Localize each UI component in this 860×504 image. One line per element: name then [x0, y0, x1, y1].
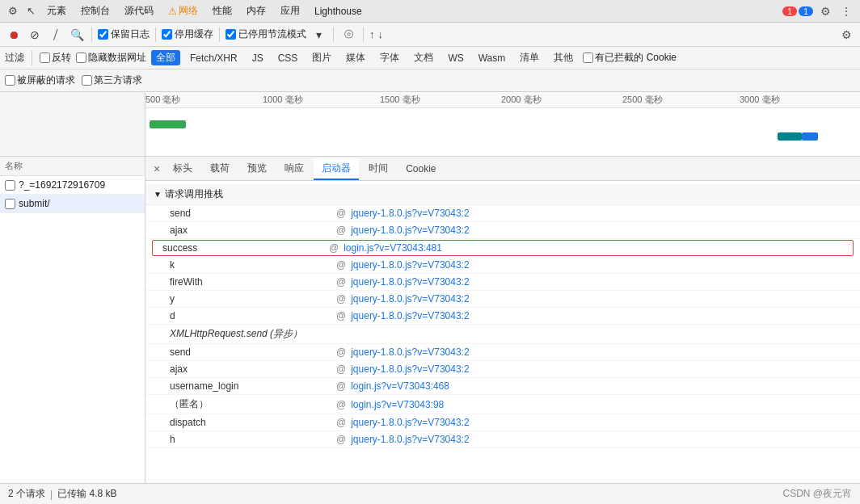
menu-bar: ⚙ ↖ 元素 控制台 源代码 ⚠ 网络 网络 性能 内存 应用 Lighthou… — [0, 0, 860, 23]
cursor-icon[interactable]: ↖ — [23, 3, 39, 19]
stack-item-2: success @ login.js?v=V73043:481 — [152, 240, 854, 256]
stack-link-8[interactable]: jquery-1.8.0.js?v=V73043:2 — [351, 346, 469, 358]
hidden-requests-check[interactable]: 被屏蔽的请求 — [5, 74, 75, 87]
stack-func-12: dispatch — [170, 417, 331, 428]
request-list: 名称 ?_=1692172916709 submit/ — [0, 157, 145, 483]
menu-performance[interactable]: 性能 — [206, 2, 238, 19]
stack-item-3: k @ jquery-1.8.0.js?v=V73043:2 — [145, 257, 860, 274]
menu-memory[interactable]: 内存 — [240, 2, 272, 19]
preserve-log-checkbox[interactable]: 保留日志 — [98, 27, 150, 41]
blocked-cookie-check[interactable]: 有已拦截的 Cookie — [583, 51, 677, 65]
stack-link-3[interactable]: jquery-1.8.0.js?v=V73043:2 — [351, 259, 469, 271]
filter-doc[interactable]: 文档 — [409, 50, 438, 65]
stack-link-5[interactable]: jquery-1.8.0.js?v=V73043:2 — [351, 293, 469, 304]
stack-link-11[interactable]: login.js?v=V73043:98 — [351, 399, 444, 410]
stack-link-6[interactable]: jquery-1.8.0.js?v=V73043:2 — [351, 310, 469, 321]
close-detail-button[interactable]: × — [150, 161, 163, 177]
tab-initiator[interactable]: 启动器 — [314, 158, 359, 180]
tab-timing[interactable]: 时间 — [360, 158, 396, 178]
request-check-0[interactable] — [5, 180, 15, 191]
tab-headers[interactable]: 标头 — [165, 158, 200, 178]
stack-func-1: ajax — [170, 225, 331, 236]
request-check-1[interactable] — [5, 199, 15, 209]
filter-media[interactable]: 媒体 — [341, 50, 370, 65]
stack-item-7: XMLHttpRequest.send (异步） — [145, 325, 860, 344]
search-icon[interactable]: 🔍 — [68, 26, 86, 44]
stack-link-2[interactable]: login.js?v=V73043:481 — [344, 242, 442, 254]
filter-font[interactable]: 字体 — [375, 50, 404, 65]
watermark: CSDN @夜元宵 — [782, 487, 852, 501]
hide-data-urls-input[interactable] — [76, 52, 86, 63]
disable-cache-checkbox[interactable]: 停用缓存 — [162, 27, 213, 41]
blocked-cookie-input[interactable] — [583, 52, 593, 63]
throttle-dropdown-icon[interactable]: ▾ — [310, 26, 327, 44]
timeline-left-panel — [0, 92, 145, 156]
menu-application[interactable]: 应用 — [274, 2, 306, 19]
stack-at-4: @ — [336, 276, 346, 288]
upload-icon[interactable]: ↑ — [369, 28, 375, 40]
filter-css[interactable]: CSS — [273, 52, 303, 65]
more-options-icon[interactable]: ⋮ — [837, 2, 855, 20]
hidden-requests-input[interactable] — [5, 75, 15, 86]
hide-data-urls-check[interactable]: 隐藏数据网址 — [76, 51, 146, 65]
tab-preview[interactable]: 预览 — [239, 158, 275, 178]
timeline-bar-1 — [150, 120, 186, 128]
wifi-icon[interactable]: ⦾ — [339, 26, 357, 44]
throttle-input[interactable] — [226, 29, 236, 40]
stack-func-7: XMLHttpRequest.send (异步） — [170, 327, 331, 341]
settings-gear-icon[interactable]: ⚙ — [816, 2, 834, 20]
download-icon[interactable]: ↓ — [378, 28, 384, 40]
ruler-mark-5: 3000 毫秒 — [740, 94, 780, 106]
throttle-checkbox[interactable]: 已停用节流模式 — [226, 27, 306, 41]
stack-at-5: @ — [336, 293, 346, 304]
record-icon[interactable]: ⏺ — [5, 26, 23, 44]
menu-elements[interactable]: 元素 — [40, 2, 73, 19]
menu-source[interactable]: 源代码 — [118, 2, 160, 19]
stack-at-3: @ — [336, 259, 346, 271]
tab-response[interactable]: 响应 — [276, 158, 312, 178]
stack-item-1: ajax @ jquery-1.8.0.js?v=V73043:2 — [145, 222, 860, 239]
devtools-icon[interactable]: ⚙ — [5, 3, 21, 19]
filter-js[interactable]: JS — [247, 52, 268, 65]
filter-all[interactable]: 全部 — [151, 50, 180, 65]
third-party-check[interactable]: 第三方请求 — [82, 74, 142, 87]
reverse-input[interactable] — [40, 52, 50, 63]
stack-link-0[interactable]: jquery-1.8.0.js?v=V73043:2 — [351, 208, 469, 219]
request-item-0[interactable]: ?_=1692172916709 — [0, 176, 145, 195]
filter-bar-2: 被屏蔽的请求 第三方请求 — [0, 69, 860, 92]
stack-link-1[interactable]: jquery-1.8.0.js?v=V73043:2 — [351, 225, 469, 236]
filter-wasm[interactable]: Wasm — [474, 52, 511, 65]
stack-at-6: @ — [336, 310, 346, 321]
filter-image[interactable]: 图片 — [307, 50, 336, 65]
tab-cookie[interactable]: Cookie — [398, 160, 444, 178]
filter-fetch-xhr[interactable]: Fetch/XHR — [185, 52, 242, 65]
stack-link-9[interactable]: jquery-1.8.0.js?v=V73043:2 — [351, 363, 469, 375]
filter-other[interactable]: 其他 — [549, 50, 578, 65]
filter-ws[interactable]: WS — [443, 52, 468, 65]
menu-network-warning[interactable]: ⚠ 网络 — [162, 2, 204, 19]
preserve-log-input[interactable] — [98, 29, 108, 40]
stop-icon[interactable]: ⊘ — [26, 26, 44, 44]
menu-console[interactable]: 控制台 — [74, 2, 116, 19]
request-item-1[interactable]: submit/ — [0, 195, 145, 213]
disable-cache-input[interactable] — [162, 29, 172, 40]
request-list-header: 名称 — [0, 157, 145, 176]
filter-icon[interactable]: ⧸ — [47, 26, 65, 44]
timeline-ruler: 500 毫秒 1000 毫秒 1500 毫秒 2000 毫秒 2500 毫秒 3… — [145, 92, 860, 108]
tab-payload[interactable]: 载荷 — [202, 158, 238, 178]
filter-manifest[interactable]: 清单 — [515, 50, 544, 65]
stack-link-4[interactable]: jquery-1.8.0.js?v=V73043:2 — [351, 276, 469, 288]
stack-func-9: ajax — [170, 363, 331, 375]
menu-lighthouse[interactable]: Lighthouse — [308, 4, 369, 19]
call-stack-section-header[interactable]: ▼ 请求调用推栈 — [145, 184, 860, 205]
reverse-filter-check[interactable]: 反转 — [40, 51, 71, 65]
stack-at-0: @ — [336, 208, 346, 219]
third-party-input[interactable] — [82, 75, 92, 86]
main-area: 名称 ?_=1692172916709 submit/ × 标头 载荷 预览 响… — [0, 157, 860, 483]
request-name-0: ?_=1692172916709 — [19, 179, 105, 191]
stack-link-10[interactable]: login.js?v=V73043:468 — [351, 380, 449, 392]
stack-item-9: ajax @ jquery-1.8.0.js?v=V73043:2 — [145, 361, 860, 378]
network-settings-icon[interactable]: ⚙ — [837, 26, 855, 44]
stack-link-12[interactable]: jquery-1.8.0.js?v=V73043:2 — [351, 417, 469, 428]
stack-link-13[interactable]: jquery-1.8.0.js?v=V73043:2 — [351, 434, 469, 445]
